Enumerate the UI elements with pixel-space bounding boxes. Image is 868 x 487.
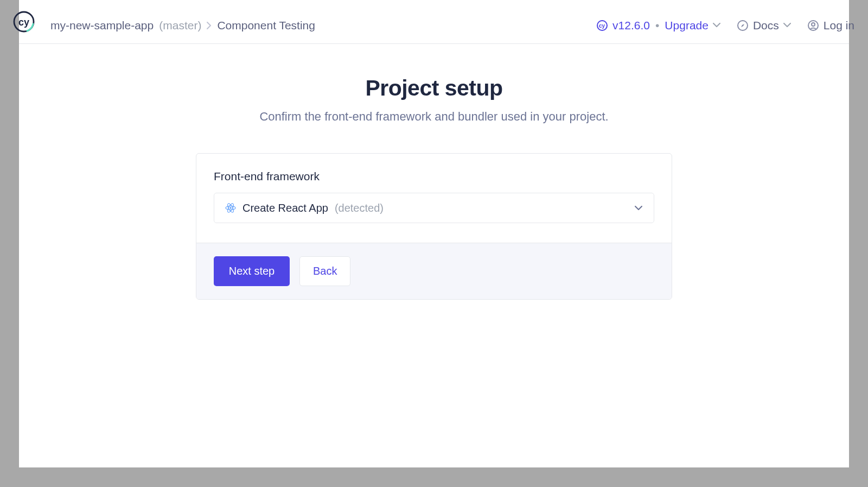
svg-point-7 [229,207,232,209]
framework-field-label: Front-end framework [214,170,654,183]
upgrade-label: Upgrade [665,19,709,32]
compass-icon [737,20,749,31]
breadcrumb: my-new-sample-app (master) Component Tes… [50,19,315,32]
version-text: v12.6.0 [612,19,650,32]
framework-detected-badge: (detected) [335,202,384,214]
svg-text:cy: cy [18,17,29,28]
next-step-button[interactable]: Next step [214,256,290,286]
cypress-mark-icon: cy [596,20,608,31]
user-icon [807,20,819,31]
svg-point-6 [812,23,815,26]
branch-name: (master) [159,19,201,32]
card-footer: Next step Back [196,243,672,299]
chevron-down-icon [634,205,643,211]
chevron-right-icon [207,22,212,29]
project-name[interactable]: my-new-sample-app [50,19,154,32]
main-content: Project setup Confirm the front-end fram… [19,44,849,467]
chevron-down-icon [783,23,791,28]
dot-separator: • [655,19,659,32]
back-button[interactable]: Back [299,256,350,286]
react-icon [225,203,236,213]
docs-label: Docs [753,19,779,32]
top-bar: my-new-sample-app (master) Component Tes… [19,0,849,44]
login-link[interactable]: Log in [807,19,854,32]
breadcrumb-current: Component Testing [217,19,315,32]
docs-link[interactable]: Docs [737,19,791,32]
svg-text:cy: cy [599,23,605,29]
setup-card: Front-end framework Create React App (de… [196,153,672,300]
framework-value: Create React App [242,202,328,214]
top-nav-right: cy v12.6.0 • Upgrade Docs [596,19,854,32]
cypress-logo-icon: cy [13,11,35,33]
login-label: Log in [824,19,854,32]
page-title: Project setup [19,75,849,101]
version-upgrade-link[interactable]: cy v12.6.0 • Upgrade [596,19,720,32]
page-subtitle: Confirm the front-end framework and bund… [19,110,849,124]
framework-select[interactable]: Create React App (detected) [214,193,654,223]
chevron-down-icon [713,23,720,28]
